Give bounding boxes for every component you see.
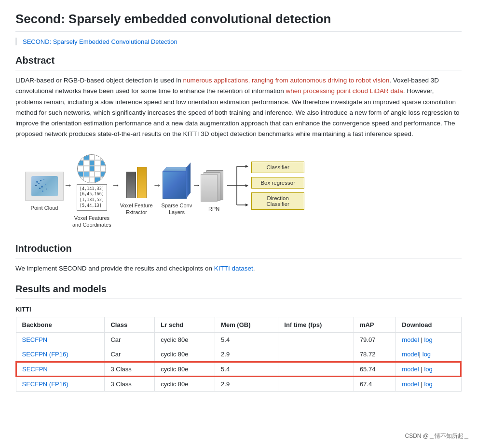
cell-mem: 5.4 [215, 362, 278, 377]
sparse-conv-label: Sparse ConvLayers [162, 202, 192, 216]
cell-inf [278, 333, 354, 347]
sc-right [186, 163, 191, 199]
log-link[interactable]: log [424, 336, 432, 343]
kitti-section-label: KITTI [15, 306, 462, 313]
intro-text: We implement SECOND and provide the resu… [15, 263, 462, 274]
cell-inf [278, 377, 354, 392]
cell-inf [278, 347, 354, 362]
point-cloud-visual [25, 172, 64, 201]
svg-marker-5 [245, 165, 248, 168]
voxel-grid [77, 154, 106, 183]
table-row-highlighted: SECFPN 3 Class cyclic 80e 5.4 65.74 mode… [16, 362, 461, 377]
cell-lr: cyclic 80e [155, 362, 215, 377]
cell-download: model | log [396, 377, 461, 392]
rpn-layer-front [201, 174, 218, 202]
voxel-extractor-visual [126, 167, 147, 198]
results-heading: Results and models [15, 284, 462, 299]
arrow-1: → [64, 180, 72, 202]
cell-inf [278, 362, 354, 377]
header-inf: Inf time (fps) [278, 317, 354, 333]
header-mem: Mem (GB) [215, 317, 278, 333]
sparse-conv-visual [163, 167, 191, 198]
log-link[interactable]: log [422, 351, 431, 358]
cell-map: 67.4 [354, 377, 395, 392]
model-link[interactable]: model [402, 366, 419, 373]
backbone-link[interactable]: SECFPN [22, 336, 48, 343]
cell-download: model| log [396, 347, 461, 362]
kitti-link[interactable]: KITTI dataset [214, 265, 253, 272]
cell-class: 3 Class [105, 362, 155, 377]
arrow-4: → [192, 180, 201, 202]
link-separator: | [419, 351, 421, 358]
log-link[interactable]: log [424, 366, 432, 373]
abstract-link-1[interactable]: numerous applications, ranging from auto… [183, 77, 389, 84]
table-header-row: Backbone Class Lr schd Mem (GB) Inf time… [16, 317, 461, 333]
model-link[interactable]: model [402, 351, 419, 358]
header-download: Download [396, 317, 461, 333]
abstract-text: LiDAR-based or RGB-D-based object detect… [15, 75, 462, 140]
voxel-extractor-label: Voxel FeatureExtractor [120, 202, 153, 216]
arrow-3: → [153, 180, 162, 202]
cell-backbone: SECFPN (FP16) [16, 347, 105, 362]
link-separator: | [421, 336, 422, 343]
backbone-link[interactable]: SECFPN (FP16) [22, 351, 68, 358]
cell-mem: 2.9 [215, 377, 278, 392]
voxel-coordinates-box: [4,141,32] [6,45,166] [1,131,52] [5,44,1… [77, 184, 107, 211]
table-row: SECFPN (FP16) Car cyclic 80e 2.9 78.72 m… [16, 347, 461, 362]
cell-backbone: SECFPN (FP16) [16, 377, 105, 392]
abstract-link-2[interactable]: when processing point cloud LiDAR data [286, 87, 403, 95]
cell-lr: cyclic 80e [155, 347, 215, 362]
voxel-features-component: [4,141,32] [6,45,166] [1,131,52] [5,44,1… [72, 154, 111, 229]
header-class: Class [105, 317, 155, 333]
voxel-features-visual: [4,141,32] [6,45,166] [1,131,52] [5,44,1… [77, 154, 107, 211]
direction-classifier-output: DirectionClassifier [251, 192, 304, 210]
table-row: SECFPN (FP16) 3 Class cyclic 80e 2.9 67.… [16, 377, 461, 392]
header-map: mAP [354, 317, 395, 333]
branch-lines-svg [227, 157, 251, 215]
sc-front [163, 171, 187, 199]
model-link[interactable]: model [402, 336, 419, 343]
output-boxes: Classifier Box regressor DirectionClassi… [251, 162, 304, 221]
introduction-heading: Introduction [15, 243, 462, 258]
cell-map: 65.74 [354, 362, 395, 377]
voxel-features-label: Voxel Featuresand Coordinates [72, 215, 111, 229]
fe-yellow-bar [137, 167, 147, 198]
svg-marker-7 [245, 204, 248, 206]
cell-map: 79.07 [354, 333, 395, 347]
header-backbone: Backbone [16, 317, 105, 333]
sparse-conv-component: Sparse ConvLayers [162, 167, 192, 216]
table-row: SECFPN Car cyclic 80e 5.4 79.07 model | … [16, 333, 461, 347]
arrow-2: → [111, 180, 120, 202]
log-link[interactable]: log [424, 380, 432, 388]
cell-mem: 2.9 [215, 347, 278, 362]
branch-connector [227, 157, 251, 226]
results-table: Backbone Class Lr schd Mem (GB) Inf time… [15, 317, 462, 392]
link-separator: | [421, 366, 422, 373]
backbone-link[interactable]: SECFPN [22, 366, 48, 373]
cell-download: model | log [396, 333, 461, 347]
cell-class: 3 Class [105, 377, 155, 392]
svg-marker-6 [245, 184, 248, 187]
paper-link[interactable]: SECOND: Sparsely Embedded Convolutional … [23, 38, 177, 45]
backbone-link[interactable]: SECFPN (FP16) [22, 380, 68, 388]
voxel-extractor-component: Voxel FeatureExtractor [120, 167, 153, 216]
rpn-visual [201, 170, 227, 202]
link-separator: | [421, 380, 422, 388]
cell-download: model | log [396, 362, 461, 377]
cell-class: Car [105, 333, 155, 347]
abstract-heading: Abstract [15, 55, 462, 70]
cell-backbone: SECFPN [16, 333, 105, 347]
architecture-diagram: Point Cloud → [15, 149, 462, 233]
point-cloud-image [31, 176, 58, 196]
header-lr: Lr schd [155, 317, 215, 333]
rpn-label: RPN [208, 205, 219, 212]
fe-dark-bar [126, 172, 136, 198]
paper-link-block: SECOND: Sparsely Embedded Convolutional … [15, 38, 462, 45]
cell-map: 78.72 [354, 347, 395, 362]
cell-backbone: SECFPN [16, 362, 105, 377]
box-regressor-output: Box regressor [251, 177, 304, 189]
rpn-component: RPN [201, 170, 227, 212]
cell-lr: cyclic 80e [155, 377, 215, 392]
classifier-output: Classifier [251, 162, 304, 173]
model-link[interactable]: model [402, 380, 419, 388]
